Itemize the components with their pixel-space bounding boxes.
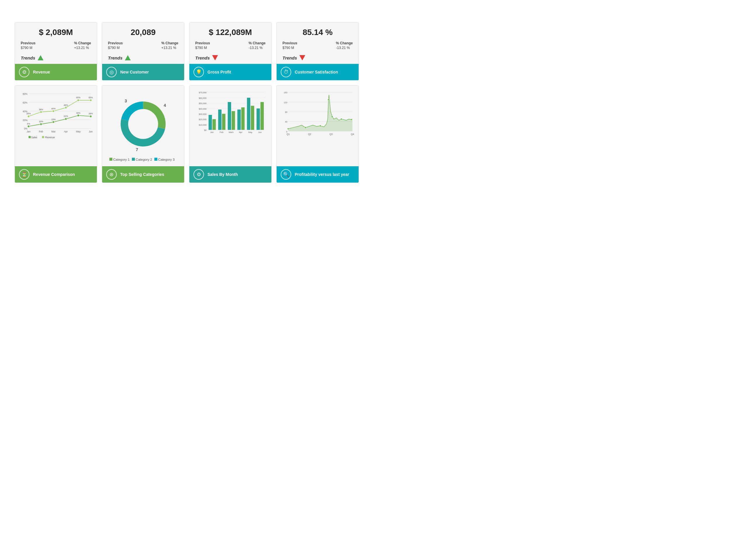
svg-text:10%: 10% bbox=[39, 120, 43, 123]
svg-text:$60,000: $60,000 bbox=[199, 97, 207, 100]
area-chart: 0 40 80 120 160 Q1Q2Q3Q4 bbox=[280, 88, 355, 139]
chart-card-sales-by-month: $0 $10,000 $20,000 $30,000 $40,000 $50,0… bbox=[189, 85, 272, 183]
svg-rect-79 bbox=[241, 107, 245, 130]
trends-label: Trends bbox=[195, 55, 210, 60]
card-footer: ◎ New Customer bbox=[102, 64, 184, 80]
previous-value: $790 M bbox=[282, 46, 297, 50]
svg-rect-84 bbox=[257, 108, 260, 130]
svg-text:Category 1: Category 1 bbox=[113, 158, 130, 161]
footer-label: New Customer bbox=[120, 70, 149, 75]
stat-change: % Change -13.21 % bbox=[336, 41, 353, 50]
svg-text:60%: 60% bbox=[23, 102, 28, 104]
stat-previous: Previous $790 M bbox=[108, 41, 123, 50]
stat-previous: Previous $790 M bbox=[195, 41, 210, 50]
svg-text:5%: 5% bbox=[27, 123, 30, 125]
svg-rect-82 bbox=[251, 106, 254, 130]
card-body: $ 2,089M Previous $790 M % Change +13.21… bbox=[15, 23, 97, 64]
svg-rect-40 bbox=[29, 136, 31, 138]
stat-previous: Previous $790 M bbox=[21, 41, 35, 50]
svg-text:Jun: Jun bbox=[258, 131, 262, 134]
svg-text:Apr: Apr bbox=[64, 130, 68, 133]
card-footer: ⏱ Customer Satisfaction bbox=[277, 64, 359, 80]
footer-icon: ⏱ bbox=[281, 67, 291, 77]
svg-text:$40,000: $40,000 bbox=[199, 108, 207, 110]
change-label: % Change bbox=[161, 41, 178, 45]
svg-text:$30,000: $30,000 bbox=[199, 113, 207, 115]
card-stats: Previous $790 M % Change -13.21 % bbox=[195, 41, 265, 50]
svg-text:Mar: Mar bbox=[51, 130, 55, 133]
trend-down-icon bbox=[300, 55, 305, 60]
footer-label: Revenue Comparison bbox=[33, 172, 75, 177]
svg-point-100 bbox=[328, 99, 330, 101]
trends-row: Trends bbox=[108, 53, 178, 60]
svg-point-22 bbox=[27, 115, 29, 117]
change-label: % Change bbox=[336, 41, 353, 45]
stat-change: % Change +13.21 % bbox=[74, 41, 91, 50]
svg-text:65%: 65% bbox=[76, 96, 80, 99]
svg-text:Sales: Sales bbox=[31, 136, 37, 139]
svg-point-97 bbox=[287, 128, 289, 130]
kpi-value: 85.14 % bbox=[282, 28, 353, 37]
svg-text:$10,000: $10,000 bbox=[199, 124, 207, 126]
change-value: -13.21 % bbox=[336, 46, 353, 50]
trends-label: Trends bbox=[21, 55, 35, 60]
svg-text:80: 80 bbox=[285, 111, 287, 113]
svg-text:0%: 0% bbox=[24, 128, 28, 130]
footer-label: Customer Satisfaction bbox=[295, 70, 338, 75]
footer-label: Top Selling Categories bbox=[120, 172, 164, 177]
previous-value: $790 M bbox=[195, 46, 210, 50]
svg-rect-76 bbox=[232, 111, 235, 130]
svg-text:Q3: Q3 bbox=[330, 133, 333, 136]
card-footer: ⚙ Sales By Month bbox=[189, 166, 272, 183]
svg-rect-47 bbox=[109, 158, 112, 161]
footer-label: Profitability versus last year bbox=[295, 172, 349, 177]
card-footer: 🔍 Profitability versus last year bbox=[277, 166, 359, 183]
footer-icon: ⏳ bbox=[19, 169, 29, 180]
stat-change: % Change -13.21 % bbox=[249, 41, 265, 50]
svg-text:Jan: Jan bbox=[27, 130, 31, 133]
svg-text:0: 0 bbox=[286, 130, 287, 133]
svg-text:Jan: Jan bbox=[210, 131, 213, 134]
card-body: 85.14 % Previous $790 M % Change -13.21 … bbox=[277, 23, 359, 64]
svg-text:15%: 15% bbox=[51, 118, 56, 121]
svg-text:Feb: Feb bbox=[220, 131, 224, 134]
svg-text:28%: 28% bbox=[27, 112, 31, 115]
svg-point-10 bbox=[27, 126, 29, 128]
kpi-card-new-customer: 20,089 Previous $790 M % Change +13.21 %… bbox=[102, 22, 184, 80]
footer-icon: 🔍 bbox=[281, 169, 291, 180]
dashboard: $ 2,089M Previous $790 M % Change +13.21… bbox=[15, 22, 359, 183]
card-footer: 💡 Gross Profit bbox=[189, 64, 272, 80]
svg-text:Revenue: Revenue bbox=[45, 136, 55, 139]
svg-text:$70,000: $70,000 bbox=[199, 91, 207, 94]
card-body: $ 122,089M Previous $790 M % Change -13.… bbox=[189, 23, 272, 64]
svg-text:$0: $0 bbox=[204, 129, 207, 132]
svg-point-32 bbox=[89, 99, 92, 101]
footer-label: Sales By Month bbox=[207, 172, 238, 177]
chart-card-top-selling-categories: 473 Category 1 Category 2 Category 3 ⊛ T… bbox=[102, 85, 184, 183]
svg-rect-85 bbox=[261, 102, 264, 130]
svg-point-24 bbox=[40, 111, 42, 113]
footer-label: Gross Profit bbox=[207, 70, 231, 75]
trend-down-icon bbox=[212, 55, 218, 60]
trends-row: Trends bbox=[282, 53, 353, 60]
line-chart: 0% 20% 40% 60% 80% 5% 10% 15% 22% 30% 28… bbox=[18, 88, 93, 139]
svg-rect-49 bbox=[132, 158, 135, 161]
card-footer: ⚙ Revenue bbox=[15, 64, 97, 80]
svg-text:160: 160 bbox=[284, 91, 287, 94]
svg-text:30%: 30% bbox=[76, 112, 80, 114]
svg-text:Jun: Jun bbox=[89, 130, 93, 133]
svg-text:3: 3 bbox=[125, 99, 127, 103]
change-label: % Change bbox=[74, 41, 91, 45]
svg-text:80%: 80% bbox=[23, 93, 28, 96]
svg-text:28%: 28% bbox=[88, 112, 93, 115]
donut-chart: 473 Category 1 Category 2 Category 3 bbox=[106, 88, 181, 163]
kpi-value: $ 122,089M bbox=[195, 28, 265, 37]
chart-card-revenue-comparison: 0% 20% 40% 60% 80% 5% 10% 15% 22% 30% 28… bbox=[15, 85, 97, 183]
svg-text:20%: 20% bbox=[23, 119, 28, 122]
svg-text:Feb: Feb bbox=[39, 130, 43, 133]
svg-text:4: 4 bbox=[164, 103, 166, 108]
svg-rect-42 bbox=[42, 136, 44, 138]
chart-body: 473 Category 1 Category 2 Category 3 bbox=[102, 85, 184, 166]
svg-text:May: May bbox=[76, 130, 80, 133]
previous-value: $790 M bbox=[108, 46, 123, 50]
